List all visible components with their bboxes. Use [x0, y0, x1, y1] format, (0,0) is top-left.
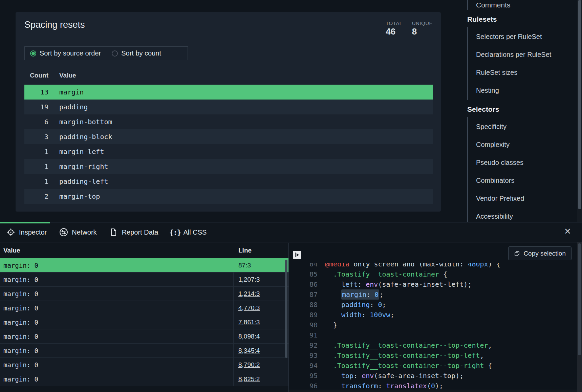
declaration-row[interactable]: margin: 08,825:2	[0, 372, 288, 386]
declarations-header-row: Value Line	[0, 243, 288, 258]
sidebar-item-selectors-per-ruleset[interactable]: Selectors per RuleSet	[468, 28, 572, 46]
sidebar-section-rulesets: Rulesets	[467, 15, 572, 23]
line-link[interactable]: 8,825:2	[238, 375, 260, 383]
report-data-icon	[109, 228, 118, 237]
declarations-scrollbar-thumb[interactable]	[285, 260, 287, 358]
tab-network[interactable]: Network	[59, 228, 103, 237]
code-text: transform: translatex(0);	[325, 382, 443, 390]
declaration-cell: margin: 0	[0, 319, 233, 326]
tab-label: Inspector	[19, 228, 47, 236]
sort-option-label: Sort by count	[121, 49, 161, 57]
all-css-icon: {:}	[170, 228, 179, 237]
code-token: env	[366, 280, 378, 288]
table-row[interactable]: 3padding-block	[24, 129, 433, 144]
value-cell: padding	[54, 100, 433, 114]
stat-total: TOTAL46	[386, 20, 402, 37]
code-token: 480px	[468, 263, 488, 268]
active-tab-indicator	[0, 222, 50, 223]
close-icon[interactable]: ✕	[564, 226, 571, 236]
line-column-header[interactable]: Line	[238, 247, 252, 254]
table-row[interactable]: 1margin-right	[24, 159, 433, 174]
code-line: 92.Toastify__toast-container--top-center…	[289, 340, 577, 350]
line-link[interactable]: 1,207:3	[238, 276, 260, 283]
code-text: left: env(safe-area-inset-left);	[325, 280, 472, 288]
line-link[interactable]: 87:3	[238, 262, 251, 269]
code-token: :	[353, 372, 362, 380]
table-row[interactable]: 2margin-top	[24, 189, 433, 204]
radio-icon[interactable]	[112, 50, 118, 57]
code-text: margin: 0;	[325, 290, 383, 299]
sidebar-section-selectors: Selectors	[467, 105, 572, 113]
code-line: 89width: 100vw;	[289, 310, 577, 320]
code-token: }	[333, 321, 337, 329]
code-token: ,	[488, 341, 492, 349]
metrics-sidebar: Comments RulesetsSelectors per RuleSetDe…	[467, 0, 572, 226]
table-row[interactable]: 1margin-left	[24, 144, 433, 159]
code-text: .Toastify__toast-container {	[325, 270, 447, 278]
code-token: .Toastify__toast-container--top-right	[333, 362, 484, 370]
stat-label: UNIQUE	[412, 20, 433, 26]
declaration-row[interactable]: margin: 04,770:3	[0, 301, 288, 315]
line-link[interactable]: 8,345:4	[238, 347, 260, 354]
code-token: 0	[374, 290, 379, 299]
code-horizontal-scrollbar[interactable]	[289, 390, 577, 392]
code-token: :	[366, 290, 374, 299]
code-viewport[interactable]: 84@media only screen and (max-width: 480…	[289, 263, 577, 390]
sidebar-item-ruleset-sizes[interactable]: RuleSet sizes	[468, 64, 572, 82]
code-scrollbar-thumb[interactable]	[578, 243, 581, 355]
code-text: padding: 0;	[325, 301, 386, 309]
line-link[interactable]: 8,790:2	[238, 361, 260, 369]
declaration-row[interactable]: margin: 087:3	[0, 258, 288, 273]
declaration-row[interactable]: margin: 07,861:3	[0, 315, 288, 329]
sidebar-item-vendor-prefixed[interactable]: Vendor Prefixed	[468, 190, 572, 208]
line-link[interactable]: 7,861:3	[238, 319, 260, 326]
declaration-row[interactable]: margin: 08,098:4	[0, 329, 288, 344]
sidebar-item-comments[interactable]: Comments	[467, 0, 572, 10]
stat-value: 46	[386, 26, 402, 37]
declaration-cell: margin: 0	[0, 333, 233, 340]
line-number: 95	[289, 372, 318, 380]
declaration-row[interactable]: margin: 01,214:3	[0, 287, 288, 301]
radio-icon[interactable]	[30, 50, 36, 57]
line-link[interactable]: 8,098:4	[238, 333, 260, 340]
tab-report-data[interactable]: Report Data	[109, 228, 165, 237]
stats-block: TOTAL46UNIQUE8	[386, 20, 433, 37]
line-link[interactable]: 4,770:3	[238, 304, 260, 312]
declaration-cell: margin: 0	[0, 304, 233, 312]
panel-tab-bar: InspectorNetworkReport Data{:}All CSS	[0, 222, 582, 242]
line-number: 96	[289, 382, 318, 390]
line-cell: 8,825:2	[233, 372, 288, 386]
count-cell: 1	[24, 162, 48, 171]
table-row[interactable]: 6margin-bottom	[24, 114, 433, 129]
declaration-row[interactable]: margin: 01,207:3	[0, 273, 288, 287]
code-token: ;	[379, 290, 383, 299]
sidebar-item-nesting[interactable]: Nesting	[468, 82, 572, 100]
tab-inspector[interactable]: Inspector	[6, 228, 53, 237]
code-text: }	[325, 321, 337, 329]
sidebar-item-specificity[interactable]: Specificity	[468, 118, 572, 136]
card-title: Spacing resets	[24, 20, 85, 30]
line-number: 94	[289, 362, 318, 370]
sidebar-item-declarations-per-ruleset[interactable]: Declarations per RuleSet	[468, 46, 572, 64]
declaration-cell: margin: 0	[0, 375, 233, 383]
copy-selection-button[interactable]: Copy selection	[508, 246, 572, 260]
braces-glyph: {:}	[169, 228, 181, 237]
expand-panel-icon[interactable]	[293, 251, 301, 259]
line-number: 84	[289, 263, 318, 268]
count-column-header: Count	[24, 72, 48, 79]
table-row[interactable]: 1padding-left	[24, 174, 433, 189]
sidebar-item-combinators[interactable]: Combinators	[468, 172, 572, 190]
declaration-row[interactable]: margin: 08,790:2	[0, 358, 288, 372]
code-token: padding	[341, 301, 370, 309]
count-cell: 13	[24, 88, 48, 96]
page-scrollbar-thumb[interactable]	[578, 0, 581, 209]
line-link[interactable]: 1,214:3	[238, 290, 260, 298]
sort-option-sort-by-count[interactable]: Sort by count	[112, 49, 161, 57]
sidebar-item-complexity[interactable]: Complexity	[468, 136, 572, 154]
table-row[interactable]: 19padding	[24, 100, 433, 114]
sidebar-item-pseudo-classes[interactable]: Pseudo classes	[468, 154, 572, 172]
tab-all-css[interactable]: {:}All CSS	[170, 228, 213, 237]
declaration-row[interactable]: margin: 08,345:4	[0, 344, 288, 358]
table-row[interactable]: 13margin	[24, 85, 433, 100]
sort-option-sort-by-source-order[interactable]: Sort by source order	[30, 49, 101, 57]
